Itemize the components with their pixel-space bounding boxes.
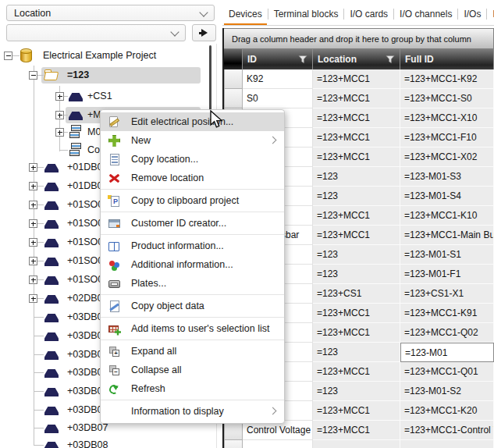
expander-plus-icon[interactable]	[29, 238, 37, 247]
table-row[interactable]: S0=123+MCC1=123+MCC1-S0	[224, 89, 494, 108]
cell-full-id[interactable]: =123+MCC1-Q01	[400, 362, 494, 382]
menu-item-remove-location[interactable]: Remove location	[101, 169, 284, 187]
cell-location[interactable]: =123+MCC1	[313, 226, 400, 245]
expander-plus-icon[interactable]	[55, 111, 64, 119]
menu-item-expand-all[interactable]: Expand all	[101, 342, 284, 361]
expander-minus-icon[interactable]	[29, 71, 37, 80]
cell-location[interactable]: =123	[313, 382, 400, 401]
cell-id[interactable]	[243, 440, 313, 448]
menu-item-collapse-all[interactable]: Collapse all	[101, 361, 284, 379]
tab-i-o-channels[interactable]: I/O channels	[394, 3, 457, 26]
tree-guide-line	[37, 186, 44, 187]
cell-location[interactable]: =123+MCC1	[313, 206, 400, 226]
cell-full-id[interactable]: =123+MCC1-X02	[400, 148, 494, 167]
expander-plus-icon[interactable]	[29, 201, 37, 209]
column-header-location[interactable]: Location	[313, 49, 400, 69]
cell-full-id[interactable]: =123+MCC1-K92	[400, 69, 494, 89]
menu-item-product-information[interactable]: Product information...	[101, 236, 284, 255]
cell-full-id[interactable]: =123-M01-S4	[400, 187, 494, 206]
cell-full-id[interactable]: =123+MCC1-Q02	[400, 323, 494, 343]
menu-item-edit-electrical-position[interactable]: Edit electrical position...	[101, 112, 284, 131]
tab-devices[interactable]: Devices	[223, 3, 268, 26]
expander-plus-icon[interactable]	[55, 128, 64, 137]
table-row[interactable]: K92=123+MCC1=123+MCC1-K92	[224, 69, 494, 89]
menu-item-new[interactable]: New	[101, 131, 284, 150]
menu-item-refresh[interactable]: Refresh	[101, 379, 284, 398]
expander-plus-icon[interactable]	[29, 163, 37, 172]
table-row[interactable]	[224, 440, 494, 448]
row-selector[interactable]	[224, 89, 243, 108]
menu-item-information-to-display[interactable]: Information to display	[101, 402, 284, 421]
menu-item-copy-object-data[interactable]: Copy object data	[101, 297, 284, 315]
cell-full-id[interactable]: =123+MCC1-K91	[400, 304, 494, 323]
cell-location[interactable]: =123+MCC1	[313, 148, 400, 167]
cell-location[interactable]: =123+MCC1	[313, 421, 400, 440]
tree-search-combobox[interactable]	[6, 24, 186, 41]
tree-item-cs1[interactable]: +CS1	[0, 87, 217, 106]
column-header-id[interactable]: ID	[243, 49, 313, 69]
cell-id[interactable]: K92	[243, 69, 313, 89]
cell-location[interactable]	[313, 440, 400, 448]
location-selector-combobox[interactable]: Location	[6, 5, 215, 21]
filter-funnel-icon[interactable]	[298, 55, 307, 64]
menu-item-plates[interactable]: Plates...	[101, 274, 284, 293]
cell-location[interactable]: =123	[313, 167, 400, 187]
expander-plus-icon[interactable]	[55, 92, 64, 101]
expander-plus-icon[interactable]	[29, 257, 37, 265]
cell-location[interactable]: =123	[313, 245, 400, 265]
expander-minus-icon[interactable]	[4, 52, 12, 60]
submenu-arrow-icon	[269, 137, 277, 144]
tab-i-o-cards[interactable]: I/O cards	[344, 3, 393, 26]
column-header-full-id[interactable]: Full ID	[400, 49, 494, 69]
cell-location[interactable]: =123+CS1	[313, 284, 400, 304]
cell-full-id[interactable]: =123-M01-S2	[400, 382, 494, 401]
cell-location[interactable]: =123	[313, 187, 400, 206]
cell-location[interactable]: =123+MCC1	[313, 128, 400, 148]
cell-full-id[interactable]: =123+MCC1-K10	[400, 206, 494, 226]
menu-item-customer-id-creator[interactable]: Customer ID creator...	[101, 214, 284, 233]
expander-plus-icon[interactable]	[29, 182, 37, 190]
go-button[interactable]	[192, 24, 216, 41]
cell-full-id[interactable]: =123-M01-S3	[400, 167, 494, 187]
tree-item-03db08[interactable]: +03DB08	[0, 436, 217, 448]
cell-location[interactable]: =123+MCC1	[313, 401, 400, 421]
cell-full-id[interactable]: =123+MCC1-X10	[400, 108, 494, 128]
select-all-corner[interactable]	[224, 49, 243, 69]
cell-location[interactable]: =123+MCC1	[313, 69, 400, 89]
cell-location[interactable]: =123	[313, 265, 400, 284]
cell-full-id[interactable]: =123+MCC1-F10	[400, 128, 494, 148]
cell-location[interactable]: =123	[313, 343, 400, 362]
cell-full-id[interactable]: =123+MCC1-Control Voltage	[400, 421, 494, 440]
menu-item-additional-information[interactable]: Additional information...	[101, 255, 284, 274]
grid-header-row: IDLocationFull ID	[224, 49, 494, 69]
cell-full-id[interactable]: =123-M01-S1	[400, 245, 494, 265]
cell-location[interactable]: =123+MCC1	[313, 323, 400, 343]
menu-item-add-items-to-user-s-selection-list[interactable]: Add items to user's selection list	[101, 319, 284, 338]
cell-full-id[interactable]: =123-M01-F1	[400, 265, 494, 284]
tree-item-electrical-example-project[interactable]: Electrical Example Project	[0, 47, 217, 66]
cell-location[interactable]: =123+MCC1	[313, 362, 400, 382]
cell-full-id[interactable]: =123+CS1-X1	[400, 284, 494, 304]
row-selector[interactable]	[224, 440, 243, 448]
group-by-bar[interactable]: Drag a column header and drop it here to…	[224, 28, 494, 49]
filter-funnel-icon[interactable]	[386, 55, 395, 64]
expander-plus-icon[interactable]	[29, 294, 37, 303]
cell-id[interactable]: S0	[243, 89, 313, 108]
cell-location[interactable]: =123+MCC1	[313, 304, 400, 323]
tab-terminal-blocks[interactable]: Terminal blocks	[268, 3, 344, 26]
cell-full-id[interactable]: =123+MCC1-Main Busbar	[400, 226, 494, 245]
cell-full-id[interactable]: =123+MCC1-K20	[400, 401, 494, 421]
tab-i-os[interactable]: I/Os	[458, 3, 486, 26]
cell-location[interactable]: =123+MCC1	[313, 108, 400, 128]
tab-locations[interactable]: Locations	[487, 3, 494, 26]
expander-plus-icon[interactable]	[29, 276, 37, 284]
menu-item-copy-to-clipboard-project[interactable]: Copy to clipboard project	[101, 191, 284, 210]
cell-full-id[interactable]	[400, 440, 494, 448]
cell-location[interactable]: =123+MCC1	[313, 89, 400, 108]
tree-item-123[interactable]: =123	[0, 66, 217, 85]
cell-full-id[interactable]: =123+MCC1-S0	[400, 89, 494, 108]
cell-full-id[interactable]: =123-M01	[400, 343, 494, 362]
expander-plus-icon[interactable]	[29, 219, 37, 228]
menu-item-copy-location[interactable]: Copy location...	[101, 150, 284, 169]
row-selector[interactable]	[224, 69, 243, 89]
